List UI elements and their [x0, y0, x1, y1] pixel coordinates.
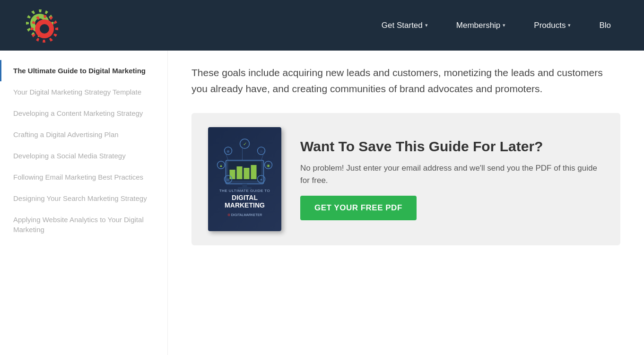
sidebar-item-strategy-template[interactable]: Your Digital Marketing Strategy Template [0, 81, 167, 103]
book-visual: ✓ ⊕ ☆ ▲ ◉ [208, 127, 281, 231]
book-main-title: DIGITALMARKETING [208, 194, 281, 210]
svg-point-3 [40, 24, 49, 34]
sidebar-item-website-analytics[interactable]: Applying Website Analytics to Your Digit… [0, 209, 167, 240]
sidebar-item-email-marketing[interactable]: Following Email Marketing Best Practices [0, 166, 167, 188]
svg-text:◉: ◉ [267, 164, 270, 168]
chevron-down-icon: ▾ [503, 22, 505, 28]
svg-rect-6 [230, 170, 235, 179]
svg-text:☆: ☆ [260, 149, 263, 154]
cta-heading: Want To Save This Guide For Later? [300, 138, 604, 155]
logo[interactable] [19, 5, 59, 45]
svg-rect-9 [251, 165, 257, 179]
main-nav: Get Started ▾ Membership ▾ Products ▾ Bl… [367, 21, 625, 30]
nav-blog[interactable]: Blo [585, 21, 625, 30]
svg-text:⊕: ⊕ [226, 149, 230, 154]
svg-rect-8 [244, 168, 250, 179]
get-free-pdf-button[interactable]: Get Your FREE PDF [300, 196, 417, 220]
book-subtitle: The Ultimate Guide to [208, 189, 281, 193]
main-content: These goals include acquiring new leads … [168, 51, 644, 355]
svg-text:⊞: ⊞ [226, 178, 230, 182]
intro-paragraph: These goals include acquiring new leads … [191, 65, 617, 96]
book-cover: ✓ ⊕ ☆ ▲ ◉ [208, 127, 284, 231]
svg-rect-10 [243, 184, 247, 188]
nav-products[interactable]: Products ▾ [520, 21, 585, 30]
main-layout: The Ultimate Guide to Digital Marketing … [0, 51, 644, 355]
chevron-down-icon: ▾ [568, 22, 571, 28]
svg-text:✦: ✦ [260, 178, 263, 182]
chevron-down-icon: ▾ [425, 22, 428, 28]
nav-membership[interactable]: Membership ▾ [442, 21, 520, 30]
header: Get Started ▾ Membership ▾ Products ▾ Bl… [0, 0, 644, 51]
svg-text:✓: ✓ [243, 141, 247, 147]
nav-get-started[interactable]: Get Started ▾ [367, 21, 442, 30]
book-brand: ⚙ DIGITALMARKETER [208, 213, 281, 217]
sidebar-item-advertising-plan[interactable]: Crafting a Digital Advertising Plan [0, 124, 167, 145]
cta-subtext: No problem! Just enter your email addres… [300, 162, 604, 186]
svg-text:▲: ▲ [219, 164, 223, 168]
sidebar-item-content-marketing[interactable]: Developing a Content Marketing Strategy [0, 103, 167, 124]
book-icons: ✓ ⊕ ☆ ▲ ◉ [213, 134, 277, 191]
sidebar-item-ultimate-guide[interactable]: The Ultimate Guide to Digital Marketing [0, 60, 167, 81]
sidebar: The Ultimate Guide to Digital Marketing … [0, 51, 168, 355]
cta-box: ✓ ⊕ ☆ ▲ ◉ [191, 113, 620, 245]
svg-rect-7 [237, 166, 243, 179]
sidebar-item-search-marketing[interactable]: Designing Your Search Marketing Strategy [0, 188, 167, 209]
cta-text-area: Want To Save This Guide For Later? No pr… [300, 138, 604, 220]
sidebar-item-social-media[interactable]: Developing a Social Media Strategy [0, 145, 167, 166]
book-title-area: The Ultimate Guide to DIGITALMARKETING ⚙… [208, 189, 281, 217]
